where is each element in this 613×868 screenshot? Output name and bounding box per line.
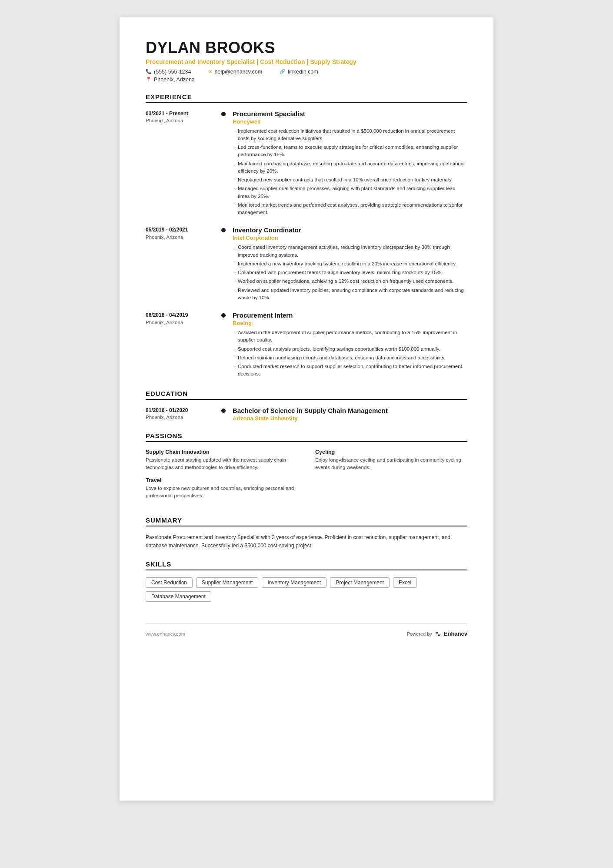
exp-location: Phoenix, Arizona [146,235,219,240]
summary-text: Passionate Procurement and Inventory Spe… [146,533,467,550]
skill-badge: Project Management [330,577,390,588]
powered-by-text: Powered by [407,631,432,637]
email-icon: ✉ [208,69,212,74]
location-text: Phoenix, Arizona [154,77,195,83]
passions-grid: Supply Chain Innovation Passionate about… [146,449,467,506]
bullet-item: Worked on supplier negotiations, achievi… [233,278,467,285]
skill-badge: Inventory Management [262,577,326,588]
contact-row: 📞 (555) 555-1234 ✉ help@enhancv.com 🔗 li… [146,69,467,75]
bullet-item: Led cross-functional teams to execute su… [233,144,467,159]
exp-right: Procurement Intern Boeing Assisted in th… [224,312,467,379]
exp-location: Phoenix, Arizona [146,320,219,325]
bullet-item: Assisted in the development of supplier … [233,329,467,344]
experience-item: 03/2021 - Present Phoenix, Arizona Procu… [146,110,467,218]
dot-connector [221,313,226,318]
experience-section-title: EXPERIENCE [146,93,467,103]
edu-school: Arizona State University [233,415,467,422]
phone-number: (555) 555-1234 [154,69,191,75]
bullet-item: Conducted market research to support sup… [233,363,467,378]
linkedin-url: linkedin.com [288,69,318,75]
exp-left: 06/2018 - 04/2019 Phoenix, Arizona [146,312,224,379]
summary-section: SUMMARY Passionate Procurement and Inven… [146,516,467,550]
email-address: help@enhancv.com [214,69,262,75]
skill-badge: Cost Reduction [146,577,193,588]
bullet-item: Coordinated inventory management activit… [233,244,467,259]
edu-dot [221,409,226,413]
passion-desc: Love to explore new cultures and countri… [146,485,298,500]
exp-bullets: Assisted in the development of supplier … [233,329,467,378]
email-contact: ✉ help@enhancv.com [208,69,262,75]
skills-section-title: SKILLS [146,560,467,570]
summary-section-title: SUMMARY [146,516,467,526]
bullet-item: Implemented cost reduction initiatives t… [233,127,467,143]
location-row: 📍 Phoenix, Arizona [146,77,467,83]
exp-company: Honeywell [233,118,467,125]
bullet-item: Monitored market trends and performed co… [233,201,467,217]
exp-bullets: Coordinated inventory management activit… [233,244,467,302]
education-item: 01/2016 - 01/2020 Phoenix, Arizona Bache… [146,407,467,422]
footer: www.enhancv.com Powered by ∿ Enhancv [146,623,467,639]
exp-job-title: Procurement Specialist [233,110,467,117]
bullet-item: Supported cost analysis projects, identi… [233,345,467,353]
header: DYLAN BROOKS Procurement and Inventory S… [146,39,467,83]
bullet-item: Reviewed and updated inventory policies,… [233,287,467,302]
bullet-item: Managed supplier qualification processes… [233,185,467,200]
edu-date: 01/2016 - 01/2020 [146,407,219,414]
exp-company: Intel Corporation [233,235,467,241]
exp-date: 06/2018 - 04/2019 [146,312,219,319]
passion-desc: Passionate about staying updated with th… [146,456,298,472]
bullet-item: Maintained purchasing database, ensuring… [233,160,467,175]
edu-degree: Bachelor of Science in Supply Chain Mana… [233,407,467,414]
education-section: EDUCATION 01/2016 - 01/2020 Phoenix, Ari… [146,390,467,422]
skill-badge: Database Management [146,591,211,602]
experience-item: 05/2019 - 02/2021 Phoenix, Arizona Inven… [146,226,467,303]
exp-left: 05/2019 - 02/2021 Phoenix, Arizona [146,226,224,303]
enhancv-logo-icon: ∿ [435,629,441,639]
passion-title: Supply Chain Innovation [146,449,298,455]
education-section-title: EDUCATION [146,390,467,400]
linkedin-icon: 🔗 [280,69,286,74]
brand-name: Enhancv [444,630,467,637]
bullet-item: Collaborated with procurement teams to a… [233,269,467,276]
bullet-item: Implemented a new inventory tracking sys… [233,260,467,268]
skill-badge: Excel [393,577,417,588]
candidate-title: Procurement and Inventory Specialist | C… [146,58,467,65]
experience-item: 06/2018 - 04/2019 Phoenix, Arizona Procu… [146,312,467,379]
exp-date: 05/2019 - 02/2021 [146,226,219,234]
passion-item: Cycling Enjoy long-distance cycling and … [315,449,467,472]
candidate-name: DYLAN BROOKS [146,39,467,57]
exp-job-title: Procurement Intern [233,312,467,319]
experience-list: 03/2021 - Present Phoenix, Arizona Procu… [146,110,467,379]
exp-right: Procurement Specialist Honeywell Impleme… [224,110,467,218]
skills-container: Cost ReductionSupplier ManagementInvento… [146,577,467,602]
exp-company: Boeing [233,320,467,326]
resume-page: DYLAN BROOKS Procurement and Inventory S… [120,17,493,801]
phone-contact: 📞 (555) 555-1234 [146,69,191,75]
passion-item: Travel Love to explore new cultures and … [146,477,298,500]
passion-item: Supply Chain Innovation Passionate about… [146,449,298,472]
exp-left: 03/2021 - Present Phoenix, Arizona [146,110,224,218]
exp-bullets: Implemented cost reduction initiatives t… [233,127,467,217]
exp-job-title: Inventory Coordinator [233,226,467,234]
passions-section: PASSIONS Supply Chain Innovation Passion… [146,432,467,506]
dot-connector [221,228,226,232]
skills-row-1: Cost ReductionSupplier ManagementInvento… [146,577,467,588]
bullet-item: Negotiated new supplier contracts that r… [233,176,467,184]
exp-right: Inventory Coordinator Intel Corporation … [224,226,467,303]
exp-location: Phoenix, Arizona [146,118,219,123]
phone-icon: 📞 [146,69,152,74]
location-icon: 📍 [146,77,152,82]
experience-section: EXPERIENCE 03/2021 - Present Phoenix, Ar… [146,93,467,379]
edu-location: Phoenix, Arizona [146,415,219,420]
edu-right: Bachelor of Science in Supply Chain Mana… [224,407,467,422]
skills-row-2: Database Management [146,591,467,602]
dot-connector [221,112,226,116]
passion-desc: Enjoy long-distance cycling and particip… [315,456,467,472]
skill-badge: Supplier Management [196,577,258,588]
skills-section: SKILLS Cost ReductionSupplier Management… [146,560,467,602]
passion-title: Travel [146,477,298,483]
edu-left: 01/2016 - 01/2020 Phoenix, Arizona [146,407,224,422]
passions-section-title: PASSIONS [146,432,467,442]
bullet-item: Helped maintain purchasing records and d… [233,354,467,362]
education-list: 01/2016 - 01/2020 Phoenix, Arizona Bache… [146,407,467,422]
